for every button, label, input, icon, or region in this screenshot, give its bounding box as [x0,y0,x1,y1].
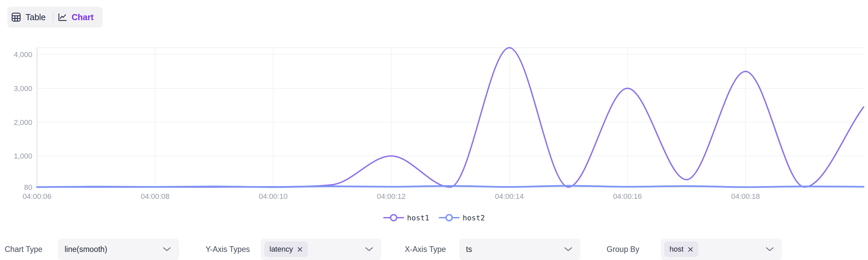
tag-label: latency [270,245,293,254]
tag-label: host [670,245,684,254]
y-axis-tick-label: 2,000 [14,118,32,127]
chart-panel: Table Chart 801,0002,0003,0004,00004:00:… [0,0,868,260]
x-axis-tick-label: 04:00:14 [495,192,524,200]
group-by-tag: host [664,242,699,257]
group-by-select[interactable]: host [661,238,782,260]
chevron-down-icon [765,247,774,252]
legend-item-host1[interactable]: host1 [383,213,429,222]
x-axis-tick-label: 04:00:12 [377,192,406,200]
chart-type-value: line(smooth) [65,245,107,254]
y-axis-tick-label: 1,000 [14,152,32,160]
x-axis-tick-label: 04:00:08 [141,192,169,200]
legend-item-host2[interactable]: host2 [439,213,485,222]
x-axis-type-value: ts [466,245,472,254]
chevron-down-icon [162,247,172,252]
y-axis-tick-label: 4,000 [14,50,32,59]
y-axis-tick-label: 80 [24,183,32,191]
legend-label: host2 [463,214,485,222]
chart-controls: Chart Type line(smooth) Y-Axis Types lat… [0,238,868,260]
y-axis-type-tag: latency [264,242,308,257]
legend-label: host1 [407,214,429,222]
x-axis-type-select[interactable]: ts [459,238,580,260]
y-axis-types-label: Y-Axis Types [206,238,250,260]
x-axis-tick-label: 04:00:16 [613,192,642,200]
chart-type-select[interactable]: line(smooth) [58,238,179,260]
y-axis-types-select[interactable]: latency [261,238,381,260]
group-by-label: Group By [607,238,639,260]
chevron-down-icon [364,247,374,252]
x-axis-tick-label: 04:00:10 [259,192,288,200]
plot-area[interactable] [37,48,864,187]
legend-marker [439,213,460,222]
remove-tag-icon[interactable] [297,246,303,253]
x-axis-tick-label: 04:00:18 [731,192,760,200]
remove-tag-icon[interactable] [687,246,694,253]
y-axis-tick-label: 3,000 [14,84,32,93]
chart-legend: host1host2 [0,212,868,224]
chevron-down-icon [563,247,573,252]
legend-marker [383,213,404,222]
chart-type-label: Chart Type [5,238,42,260]
x-axis-tick-label: 04:00:06 [23,192,52,200]
x-axis-type-label: X-Axis Type [405,238,446,260]
